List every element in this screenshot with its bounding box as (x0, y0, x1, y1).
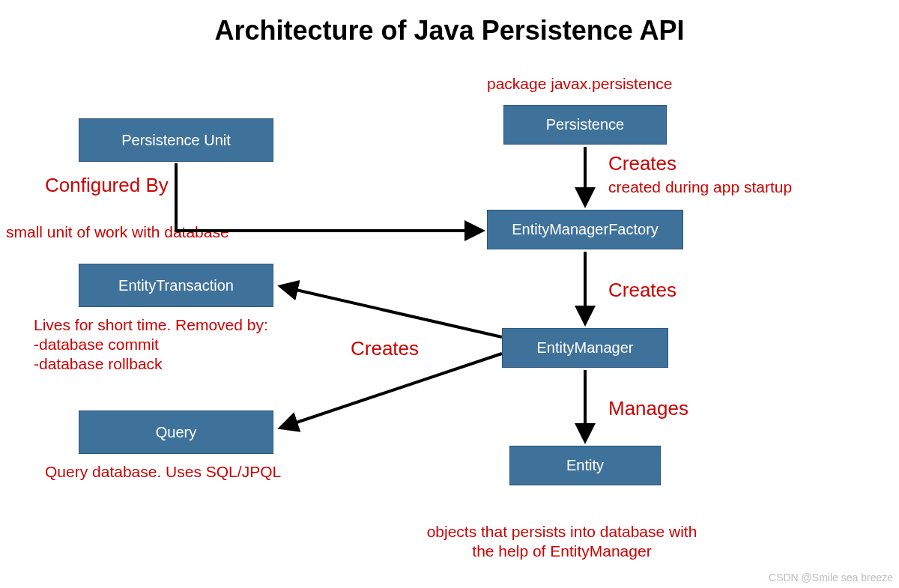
watermark: CSDN @Smile sea breeze (769, 572, 893, 584)
box-persistence: Persistence (503, 105, 667, 145)
svg-line-5 (283, 354, 502, 427)
box-emf: EntityManagerFactory (487, 210, 683, 249)
note-configured-by: Configured By (45, 174, 169, 197)
note-small-unit: small unit of work with database (6, 223, 229, 241)
box-entity-transaction: EntityTransaction (79, 264, 273, 307)
note-lives-1: Lives for short time. Removed by: (34, 316, 268, 334)
box-persistence-unit: Persistence Unit (79, 118, 273, 162)
box-em: EntityManager (502, 328, 668, 368)
note-entity-desc-2: the help of EntityManager (322, 542, 802, 560)
note-lives-2: -database commit (34, 336, 159, 354)
note-query-db: Query database. Uses SQL/JPQL (45, 463, 281, 481)
diagram-title: Architecture of Java Persistence API (0, 15, 899, 46)
note-package: package javax.persistence (487, 75, 672, 93)
note-manages: Manages (608, 397, 688, 420)
note-created-startup: created during app startup (608, 178, 792, 196)
note-entity-desc-1: objects that persists into database with (322, 523, 802, 541)
box-entity: Entity (509, 446, 661, 485)
note-lives-3: -database rollback (34, 355, 163, 373)
svg-line-4 (283, 287, 502, 337)
box-query: Query (79, 410, 273, 454)
note-creates-1: Creates (608, 152, 676, 175)
note-creates-2: Creates (608, 279, 676, 302)
note-creates-3: Creates (351, 337, 419, 360)
